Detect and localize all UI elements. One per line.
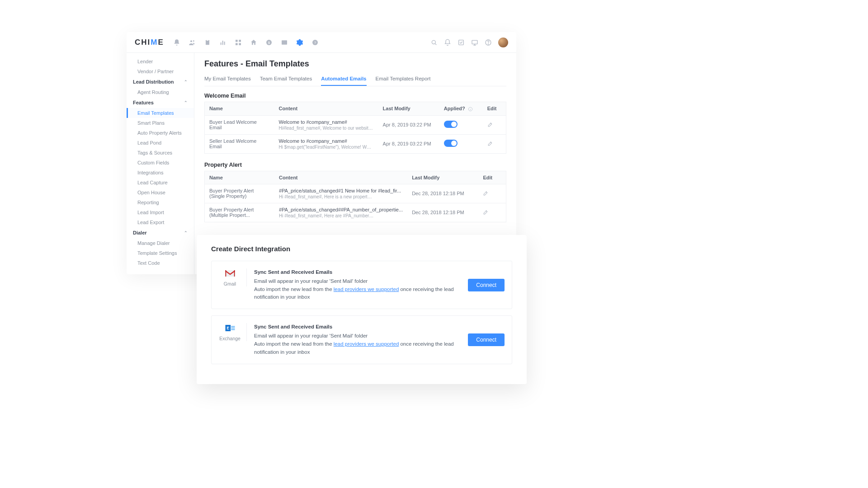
edit-icon[interactable] — [483, 209, 489, 215]
svg-rect-13 — [282, 40, 287, 44]
cell-modify: Dec 28, 2018 12:18 PM — [407, 184, 478, 203]
svg-rect-8 — [239, 40, 241, 42]
sidebar-item-smart-plans[interactable]: Smart Plans — [127, 118, 194, 128]
col-modify: Last Modify — [378, 102, 439, 116]
content-title: Welcome to #company_name# — [279, 119, 374, 125]
logo[interactable]: CHIME — [135, 38, 164, 47]
edit-icon[interactable] — [487, 141, 493, 146]
integration-line1: Email will appear in your regular 'Sent … — [254, 278, 368, 284]
sidebar-item-agent-routing[interactable]: Agent Routing — [127, 87, 194, 97]
svg-rect-6 — [224, 42, 225, 45]
help-icon[interactable] — [485, 39, 492, 46]
tabs: My Email Templates Team Email Templates … — [204, 73, 506, 86]
info-icon[interactable] — [468, 107, 473, 112]
integration-panel: Create Direct Integration Gmail Sync Sen… — [197, 235, 527, 384]
svg-rect-10 — [239, 43, 241, 45]
svg-rect-17 — [459, 40, 464, 45]
cell-content: Welcome to #company_name# Hi $map.get("l… — [274, 134, 378, 153]
top-nav-left: $ ? — [173, 39, 319, 46]
task-icon[interactable] — [458, 39, 465, 46]
table-row: Seller Lead Welcome Email Welcome to #co… — [205, 134, 506, 153]
sidebar-item-auto-property-alerts[interactable]: Auto Property Alerts — [127, 128, 194, 138]
sidebar-item-vendor-partner[interactable]: Vendor / Partner — [127, 66, 194, 76]
cell-applied — [439, 134, 483, 153]
integration-title: Create Direct Integration — [211, 245, 512, 253]
sidebar-group-lead-distribution[interactable]: Lead Distribution ⌃ — [127, 76, 194, 87]
integration-iconcol: E Exchange — [219, 323, 247, 341]
sidebar-item-custom-fields[interactable]: Custom Fields — [127, 158, 194, 168]
content-preview: Hi #lead_first_name#, Here are #PA_numbe… — [279, 213, 374, 218]
chevron-up-icon: ⌃ — [184, 100, 188, 105]
lead-providers-link[interactable]: lead providers we supported — [334, 286, 399, 292]
cell-edit — [478, 203, 506, 222]
bell-icon[interactable] — [444, 39, 451, 46]
table-row: Buyer Lead Welcome Email Welcome to #com… — [205, 115, 506, 134]
bell-nav-icon[interactable] — [173, 39, 180, 46]
svg-text:$: $ — [268, 40, 270, 44]
grid-nav-icon[interactable] — [235, 39, 242, 46]
gmail-icon — [224, 268, 236, 278]
tab-automated-emails[interactable]: Automated Emails — [321, 73, 366, 86]
cell-content: Welcome to #company_name# Hi#lead_first_… — [274, 115, 378, 134]
chart-nav-icon[interactable] — [219, 39, 226, 46]
sidebar-item-text-code[interactable]: Text Code — [127, 258, 194, 268]
help-nav-icon[interactable]: ? — [311, 39, 319, 46]
tab-my-email-templates[interactable]: My Email Templates — [204, 73, 251, 86]
svg-rect-3 — [207, 39, 208, 41]
cell-edit — [483, 115, 506, 134]
clipboard-nav-icon[interactable] — [204, 39, 211, 46]
sidebar-item-lender[interactable]: Lender — [127, 56, 194, 66]
sidebar-item-manage-dialer[interactable]: Manage Dialer — [127, 238, 194, 248]
integration-text: Sync Sent and Received Emails Email will… — [254, 323, 468, 356]
svg-rect-7 — [236, 40, 238, 42]
cell-applied — [439, 115, 483, 134]
sidebar-item-lead-pond[interactable]: Lead Pond — [127, 138, 194, 148]
sidebar-item-template-settings[interactable]: Template Settings — [127, 248, 194, 258]
svg-point-0 — [190, 40, 192, 42]
image-nav-icon[interactable] — [281, 39, 288, 46]
applied-toggle[interactable] — [444, 121, 458, 128]
edit-icon[interactable] — [483, 190, 489, 196]
edit-icon[interactable] — [487, 122, 493, 127]
cell-name: Buyer Property Alert (Multiple Propert..… — [205, 203, 274, 222]
applied-toggle[interactable] — [444, 140, 458, 147]
sidebar-item-open-house[interactable]: Open House — [127, 188, 194, 197]
sidebar-group-features[interactable]: Features ⌃ — [127, 97, 194, 108]
sidebar-item-reporting[interactable]: Reporting — [127, 197, 194, 207]
people-nav-icon[interactable] — [189, 39, 196, 46]
sidebar-item-lead-capture[interactable]: Lead Capture — [127, 178, 194, 188]
col-applied-label: Applied? — [444, 106, 465, 111]
integration-headline: Sync Sent and Received Emails — [254, 268, 468, 277]
dollar-nav-icon[interactable]: $ — [265, 39, 273, 46]
sidebar-item-lead-export[interactable]: Lead Export — [127, 217, 194, 227]
svg-point-16 — [432, 40, 435, 44]
home-nav-icon[interactable] — [250, 39, 257, 46]
sidebar-item-tags-sources[interactable]: Tags & Sources — [127, 148, 194, 158]
integration-text: Sync Sent and Received Emails Email will… — [254, 268, 468, 301]
integration-line2-pre: Auto import the new lead from the — [254, 286, 334, 292]
lead-providers-link[interactable]: lead providers we supported — [334, 341, 399, 347]
section-welcome-title: Welcome Email — [204, 93, 506, 99]
search-icon[interactable] — [430, 39, 438, 46]
col-applied: Applied? — [439, 102, 483, 116]
sidebar-item-lead-import[interactable]: Lead Import — [127, 207, 194, 217]
integration-line2-pre: Auto import the new lead from the — [254, 341, 334, 347]
sidebar-group-dialer[interactable]: Dialer ⌃ — [127, 227, 194, 238]
sidebar-item-integrations[interactable]: Integrations — [127, 168, 194, 178]
col-modify: Last Modify — [407, 171, 478, 184]
cell-name: Seller Lead Welcome Email — [205, 134, 274, 153]
sidebar-item-email-templates[interactable]: Email Templates — [127, 108, 194, 118]
tab-email-templates-report[interactable]: Email Templates Report — [376, 73, 431, 86]
avatar[interactable] — [498, 38, 508, 47]
content-preview: Hi #lead_first_name#, Here is a new prop… — [279, 194, 374, 199]
settings-nav-icon[interactable] — [296, 39, 303, 46]
content-preview: Hi $map.get("leadFirstName"), Welcome! W… — [279, 145, 374, 150]
cell-content: #PA_price/status_changed##PA_number_of_p… — [274, 203, 407, 222]
col-edit: Edit — [483, 102, 506, 116]
integration-row-exchange: E Exchange Sync Sent and Received Emails… — [211, 315, 512, 364]
tab-team-email-templates[interactable]: Team Email Templates — [260, 73, 312, 86]
connect-button[interactable]: Connect — [468, 333, 505, 346]
svg-rect-4 — [220, 42, 221, 45]
monitor-icon[interactable] — [471, 39, 478, 46]
connect-button[interactable]: Connect — [468, 279, 505, 291]
